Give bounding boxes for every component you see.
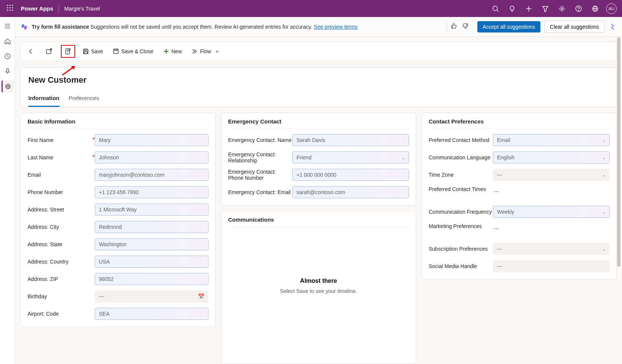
email-input[interactable]: maryjohnson@contoso.com — [95, 169, 208, 181]
field-label: Emergency Contact: Phone Number — [228, 169, 292, 181]
field-label: Emergency Contact: Relationship — [228, 151, 292, 163]
copilot-toggle-icon[interactable] — [608, 23, 617, 31]
save-and-close-button[interactable]: Save & Close — [111, 47, 156, 56]
entity-icon[interactable] — [2, 80, 14, 93]
settings-gear-icon[interactable] — [554, 2, 570, 15]
help-icon[interactable] — [571, 2, 587, 15]
search-icon[interactable] — [488, 2, 503, 15]
emergency-relationship-select[interactable]: Friend⌄ — [292, 151, 409, 163]
first-name-input[interactable]: Mary — [95, 134, 208, 146]
chevron-down-icon: ⌄ — [602, 138, 605, 142]
app-name-label: Power Apps — [17, 5, 57, 12]
marketing-prefs-value[interactable]: --- — [493, 223, 610, 234]
recent-icon[interactable] — [2, 50, 14, 62]
back-button[interactable] — [25, 46, 37, 57]
thumbs-down-icon[interactable] — [461, 23, 470, 31]
field-label: Emergency Contact: Email — [228, 189, 292, 195]
field-label: First Name — [28, 137, 91, 143]
svg-point-9 — [493, 6, 497, 11]
svg-point-2 — [12, 5, 13, 6]
field-label: Address: State — [28, 241, 95, 247]
card-title: Contact Preferences — [429, 118, 610, 129]
state-input[interactable]: Washington — [95, 238, 208, 250]
field-label: Birthday — [28, 293, 95, 299]
clear-all-suggestions-button[interactable]: Clear all suggestions — [544, 21, 605, 33]
frequency-select[interactable]: Weekly⌄ — [493, 206, 610, 218]
field-label: Marketing Preferences — [429, 223, 493, 229]
globe-icon[interactable] — [587, 2, 603, 15]
open-new-window-icon[interactable] — [43, 46, 56, 57]
record-title: New Customer — [28, 75, 609, 85]
field-label: Address: Street — [28, 207, 95, 213]
flow-button[interactable]: Flow — [190, 47, 222, 56]
scrollbar[interactable] — [616, 37, 621, 364]
field-label: Emergency Contact: Name — [228, 137, 292, 143]
svg-rect-34 — [115, 49, 117, 51]
field-label: Airport: Code — [28, 311, 95, 317]
country-input[interactable]: USA — [95, 256, 208, 268]
copilot-badge-icon — [20, 23, 28, 31]
emergency-name-input[interactable]: Sarah Davis — [292, 134, 409, 146]
app-launcher-icon[interactable] — [3, 2, 17, 15]
tab-preferences[interactable]: Preferences — [69, 95, 99, 107]
birthday-input[interactable]: ---📅 — [95, 290, 208, 302]
last-name-input[interactable]: Johnson — [95, 151, 208, 163]
communications-empty-subtitle: Select Save to see your timeline. — [228, 288, 409, 294]
field-label: Time Zone — [429, 172, 493, 178]
svg-point-0 — [7, 5, 8, 6]
airport-code-input[interactable]: SEA — [95, 308, 208, 320]
communications-empty-title: Almost there — [228, 278, 409, 284]
contact-preferences-card: Contact Preferences Preferred Contact Me… — [421, 113, 617, 279]
phone-input[interactable]: +1 123 456 7890 — [95, 186, 208, 198]
field-label: Social Media Handle — [429, 263, 493, 269]
calendar-icon[interactable]: 📅 — [198, 293, 204, 299]
thumbs-up-icon[interactable] — [449, 23, 458, 31]
street-input[interactable]: 1 Microsoft Way — [95, 204, 208, 216]
filter-icon[interactable] — [537, 2, 553, 15]
command-bar: Save Save & Close New Flow — [20, 42, 617, 61]
timezone-select[interactable]: ---⌄ — [493, 169, 610, 181]
user-avatar[interactable]: AU — [606, 3, 617, 14]
emergency-phone-input[interactable]: +1 000 000 0000 — [292, 169, 409, 181]
chevron-down-icon: ⌄ — [402, 156, 405, 160]
top-header: Power Apps Margie's Travel AU — [0, 0, 622, 17]
svg-point-1 — [9, 5, 11, 6]
svg-rect-32 — [85, 49, 87, 51]
social-handle-input[interactable]: --- — [493, 260, 610, 272]
new-button[interactable]: New — [161, 47, 184, 56]
home-icon[interactable] — [2, 35, 14, 47]
svg-point-16 — [578, 10, 579, 11]
suggestion-text: Try form fill assistance Suggestions wil… — [32, 24, 441, 30]
field-label: Address: Country — [28, 259, 95, 265]
zip-input[interactable]: 98052 — [95, 273, 208, 285]
lightbulb-icon[interactable] — [504, 2, 520, 15]
field-label: Address: ZIP — [28, 276, 95, 282]
contact-times-value[interactable]: --- — [493, 186, 610, 197]
field-label: Phone Number — [28, 189, 95, 195]
accept-all-suggestions-button[interactable]: Accept all suggestions — [477, 21, 540, 32]
chevron-down-icon: ⌄ — [602, 156, 605, 160]
field-label: Subscription Preferences — [429, 246, 493, 252]
environment-name[interactable]: Margie's Travel — [60, 6, 103, 12]
field-label: Address: City — [28, 224, 95, 230]
left-nav-rail — [0, 17, 15, 364]
preview-terms-link[interactable]: See preview terms — [314, 24, 358, 30]
language-select[interactable]: English⌄ — [493, 151, 610, 163]
form-fill-assist-button[interactable] — [61, 45, 75, 58]
hamburger-menu-icon[interactable] — [2, 20, 14, 32]
field-label: Email — [28, 172, 95, 178]
svg-point-4 — [9, 7, 11, 8]
form-fill-suggestion-bar: Try form fill assistance Suggestions wil… — [15, 17, 622, 37]
tab-information[interactable]: Information — [28, 95, 60, 107]
contact-method-select[interactable]: Email⌄ — [493, 134, 610, 146]
svg-point-8 — [12, 9, 13, 11]
save-button[interactable]: Save — [80, 47, 105, 56]
chevron-down-icon: ⌄ — [602, 210, 605, 214]
pinned-icon[interactable] — [2, 65, 14, 77]
city-input[interactable]: Redmond — [95, 221, 208, 233]
emergency-email-input[interactable]: sarah@contoso.com — [292, 186, 409, 198]
subscription-select[interactable]: ---⌄ — [493, 243, 610, 255]
plus-icon[interactable] — [521, 2, 537, 15]
chevron-down-icon: ⌄ — [602, 173, 605, 177]
svg-point-3 — [7, 7, 8, 8]
